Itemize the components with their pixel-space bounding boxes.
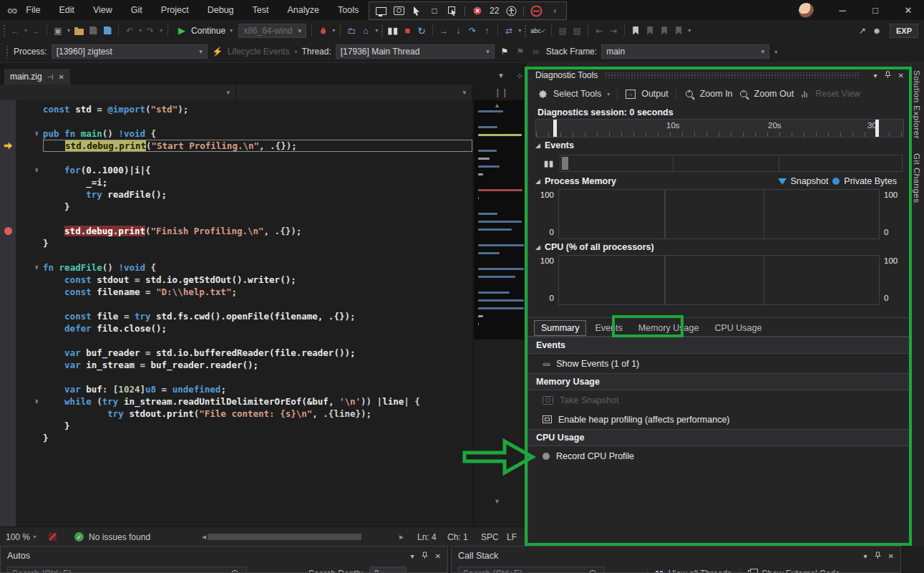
zoom-dropdown[interactable]: 100 % ▾: [6, 527, 36, 546]
decrease-indent-icon[interactable]: ⇤: [593, 24, 605, 37]
breakpoint-margin[interactable]: [0, 383, 16, 395]
minimize-button[interactable]: ─: [827, 0, 858, 20]
breakpoint-margin[interactable]: [0, 347, 16, 359]
action-show-events-1-of-1[interactable]: «»Show Events (1 of 1): [528, 354, 911, 373]
fold-chevron-icon[interactable]: ∨: [16, 127, 43, 140]
menu-debug[interactable]: Debug: [208, 5, 234, 15]
breakpoint-margin[interactable]: [0, 334, 16, 347]
threads-in-source-icon[interactable]: ⇄: [503, 24, 515, 37]
process-dropdown[interactable]: [13960] zigtest▾: [52, 44, 208, 59]
timeline-ruler[interactable]: 10s 20s 30: [535, 119, 904, 138]
breakpoint-margin[interactable]: [0, 152, 16, 164]
breakpoint-margin[interactable]: [0, 103, 16, 115]
flag-threads-icon[interactable]: ⚑: [515, 45, 526, 58]
split-editor-icon[interactable]: ❘❘: [494, 86, 508, 99]
browse-home-icon[interactable]: ⌂: [360, 24, 371, 37]
share-icon[interactable]: ↗: [857, 24, 868, 37]
error-badge-icon[interactable]: [472, 4, 483, 17]
fold-chevron-icon[interactable]: ∨: [16, 261, 43, 274]
pin-icon[interactable]: [422, 552, 428, 561]
do-not-disturb-icon[interactable]: [530, 4, 543, 17]
breakpoint-margin[interactable]: [0, 249, 16, 261]
platform-dropdown[interactable]: x86_64-windows▾: [238, 24, 306, 38]
breakpoint-margin[interactable]: [0, 213, 16, 225]
breakpoint-margin[interactable]: [0, 115, 16, 127]
format-document-icon[interactable]: ▤: [557, 24, 568, 37]
menu-git[interactable]: Git: [131, 5, 142, 15]
window-position-dropdown-icon[interactable]: ▾: [411, 552, 414, 560]
search-depth-dropdown[interactable]: 3▾: [369, 567, 407, 573]
scroll-right-icon[interactable]: ►: [398, 527, 405, 546]
pause-events-icon[interactable]: ▮▮: [544, 159, 554, 168]
pin-icon[interactable]: [885, 71, 891, 80]
breakpoint-margin[interactable]: [0, 408, 16, 420]
format-selection-icon[interactable]: ▤: [571, 24, 583, 37]
autos-panel-header[interactable]: Autos ▾ ✕: [1, 546, 447, 565]
step-into-icon[interactable]: ↓: [452, 24, 464, 37]
breakpoint-margin[interactable]: [0, 188, 16, 201]
new-project-icon[interactable]: ▣: [52, 24, 64, 37]
flag-icon[interactable]: ⚑: [499, 45, 510, 58]
close-button[interactable]: ✕: [893, 0, 924, 20]
tab-summary[interactable]: Summary: [534, 320, 586, 336]
breakpoint-margin[interactable]: [0, 201, 16, 213]
breakpoint-margin[interactable]: [0, 274, 16, 286]
open-folder-icon[interactable]: [73, 24, 84, 37]
show-external-code-button[interactable]: Show External Code: [762, 569, 840, 573]
breakpoint-margin[interactable]: [0, 310, 16, 322]
stop-region-icon[interactable]: □: [429, 4, 440, 17]
tab-memory-usage[interactable]: Memory Usage: [631, 320, 706, 336]
breakpoint-margin[interactable]: [0, 395, 16, 408]
tab-list-dropdown-icon[interactable]: ▼: [497, 72, 505, 80]
breakpoint-icon[interactable]: [0, 225, 16, 237]
document-tab-main-zig[interactable]: main.zig ⊣ ✕: [4, 69, 70, 85]
hot-reload-icon[interactable]: [317, 24, 329, 37]
save-all-icon[interactable]: [102, 24, 113, 37]
collapse-chevron-icon[interactable]: ‹: [549, 4, 560, 17]
minimap[interactable]: ▲ ▼: [474, 100, 527, 526]
maximize-button[interactable]: □: [860, 0, 891, 20]
spell-check-icon[interactable]: abc✓: [530, 24, 546, 37]
navigate-forward-icon[interactable]: →: [30, 24, 42, 37]
events-timeline-box[interactable]: [560, 155, 903, 172]
back-icon[interactable]: ←: [611, 567, 622, 573]
breakpoint-margin[interactable]: [0, 322, 16, 334]
menu-tools[interactable]: Tools: [338, 5, 359, 15]
health-indicator-icon[interactable]: [47, 527, 58, 546]
tab-cpu-usage[interactable]: CPU Usage: [707, 320, 769, 336]
increase-indent-icon[interactable]: ⇥: [608, 24, 619, 37]
action-record-cpu-profile[interactable]: Record CPU Profile: [528, 446, 911, 466]
user-avatar[interactable]: [799, 3, 814, 18]
collapse-triangle-icon[interactable]: ◢: [535, 178, 540, 185]
autos-search-input[interactable]: Search (Ctrl+E) ▾: [7, 567, 247, 573]
call-stack-panel-header[interactable]: Call Stack ▾ ✕: [452, 546, 900, 565]
timeline-start-handle[interactable]: [553, 120, 557, 137]
accessibility-icon[interactable]: [505, 4, 517, 17]
next-bookmark-icon[interactable]: [658, 24, 670, 37]
thread-dropdown[interactable]: [17936] Main Thread▾: [336, 44, 495, 59]
lifecycle-events-button[interactable]: Lifecycle Events: [228, 47, 290, 57]
save-icon[interactable]: [87, 24, 99, 37]
menu-view[interactable]: View: [93, 5, 112, 15]
breakpoint-margin[interactable]: [0, 176, 16, 188]
forward-icon[interactable]: →: [628, 567, 639, 573]
action-enable-heap-profiling-affects-performance[interactable]: Enable heap profiling (affects performan…: [528, 410, 911, 429]
side-tab-solution-explorer[interactable]: Solution Explorer: [911, 63, 923, 146]
scroll-down-icon[interactable]: ▼: [494, 498, 500, 505]
view-all-threads-button[interactable]: View all Threads: [668, 569, 731, 573]
breakpoint-margin[interactable]: [0, 298, 16, 310]
call-stack-search-input[interactable]: Search (Ctrl+E) ▾: [458, 567, 605, 573]
find-in-files-icon[interactable]: 🗀: [346, 24, 357, 37]
pin-icon[interactable]: ⊣: [47, 73, 54, 81]
events-graph-header[interactable]: ◢ Events: [535, 140, 574, 150]
breakpoint-margin[interactable]: [0, 127, 16, 140]
window-position-dropdown-icon[interactable]: ▾: [864, 552, 867, 560]
cursor-click-icon[interactable]: [411, 4, 422, 17]
zoom-out-button[interactable]: Zoom Out: [754, 89, 794, 99]
cpu-graph-header[interactable]: ◢ CPU (% of all processors): [535, 242, 654, 252]
window-position-dropdown-icon[interactable]: ▾: [874, 72, 877, 80]
tab-events[interactable]: Events: [588, 320, 629, 336]
close-panel-icon[interactable]: ✕: [435, 552, 441, 560]
issues-status[interactable]: ✓No issues found: [74, 527, 150, 546]
restart-icon[interactable]: ↻: [416, 24, 427, 37]
